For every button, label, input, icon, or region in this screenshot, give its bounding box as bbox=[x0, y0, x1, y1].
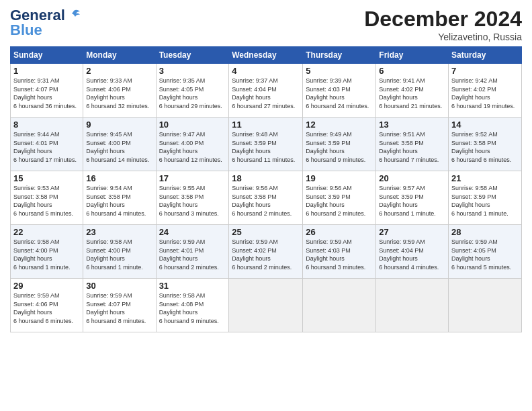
day-info: Sunrise: 9:45 AMSunset: 4:00 PMDaylight … bbox=[86, 130, 152, 164]
table-row: 5 Sunrise: 9:39 AMSunset: 4:03 PMDayligh… bbox=[303, 64, 376, 118]
day-info: Sunrise: 9:53 AMSunset: 3:58 PMDaylight … bbox=[13, 184, 80, 218]
day-info: Sunrise: 9:31 AMSunset: 4:07 PMDaylight … bbox=[13, 77, 80, 110]
table-row: 15 Sunrise: 9:53 AMSunset: 3:58 PMDaylig… bbox=[11, 171, 83, 225]
day-info: Sunrise: 9:39 AMSunset: 4:03 PMDaylight … bbox=[306, 77, 373, 110]
col-saturday: Saturday bbox=[449, 47, 522, 64]
day-number: 6 bbox=[379, 66, 445, 76]
table-row: 8 Sunrise: 9:44 AMSunset: 4:01 PMDayligh… bbox=[11, 118, 83, 171]
day-info: Sunrise: 9:54 AMSunset: 3:58 PMDaylight … bbox=[86, 184, 152, 218]
day-info: Sunrise: 9:44 AMSunset: 4:01 PMDaylight … bbox=[13, 130, 80, 164]
table-row: 12 Sunrise: 9:49 AMSunset: 3:59 PMDaylig… bbox=[303, 118, 376, 171]
day-info: Sunrise: 9:59 AMSunset: 4:04 PMDaylight … bbox=[379, 238, 445, 271]
day-number: 13 bbox=[379, 120, 445, 130]
table-row: 22 Sunrise: 9:58 AMSunset: 4:00 PMDaylig… bbox=[11, 225, 83, 279]
table-row: 28 Sunrise: 9:59 AMSunset: 4:05 PMDaylig… bbox=[449, 225, 522, 279]
table-row: 21 Sunrise: 9:58 AMSunset: 3:59 PMDaylig… bbox=[449, 171, 522, 225]
table-row: 26 Sunrise: 9:59 AMSunset: 4:03 PMDaylig… bbox=[303, 225, 376, 279]
day-number: 10 bbox=[159, 120, 226, 130]
table-row bbox=[376, 279, 449, 332]
day-info: Sunrise: 9:33 AMSunset: 4:06 PMDaylight … bbox=[86, 77, 152, 110]
day-info: Sunrise: 9:59 AMSunset: 4:03 PMDaylight … bbox=[306, 238, 373, 271]
calendar: Sunday Monday Tuesday Wednesday Thursday… bbox=[10, 46, 522, 332]
col-friday: Friday bbox=[376, 47, 449, 64]
day-number: 11 bbox=[232, 120, 300, 130]
calendar-header-row: Sunday Monday Tuesday Wednesday Thursday… bbox=[11, 47, 522, 64]
col-sunday: Sunday bbox=[11, 47, 83, 64]
table-row: 4 Sunrise: 9:37 AMSunset: 4:04 PMDayligh… bbox=[229, 64, 303, 118]
day-info: Sunrise: 9:58 AMSunset: 4:00 PMDaylight … bbox=[86, 238, 152, 271]
day-info: Sunrise: 9:55 AMSunset: 3:58 PMDaylight … bbox=[159, 184, 226, 218]
day-info: Sunrise: 9:47 AMSunset: 4:00 PMDaylight … bbox=[159, 130, 226, 164]
day-number: 25 bbox=[232, 227, 300, 237]
table-row: 14 Sunrise: 9:52 AMSunset: 3:58 PMDaylig… bbox=[449, 118, 522, 171]
table-row: 18 Sunrise: 9:56 AMSunset: 3:58 PMDaylig… bbox=[229, 171, 303, 225]
table-row: 31 Sunrise: 9:58 AMSunset: 4:08 PMDaylig… bbox=[156, 279, 229, 332]
table-row: 10 Sunrise: 9:47 AMSunset: 4:00 PMDaylig… bbox=[156, 118, 229, 171]
day-number: 23 bbox=[86, 227, 152, 237]
day-number: 29 bbox=[13, 281, 80, 291]
day-number: 28 bbox=[451, 227, 519, 237]
table-row: 1 Sunrise: 9:31 AMSunset: 4:07 PMDayligh… bbox=[11, 64, 83, 118]
day-info: Sunrise: 9:57 AMSunset: 3:59 PMDaylight … bbox=[379, 184, 445, 218]
table-row bbox=[449, 279, 522, 332]
day-number: 20 bbox=[379, 173, 445, 183]
table-row: 9 Sunrise: 9:45 AMSunset: 4:00 PMDayligh… bbox=[83, 118, 156, 171]
day-number: 15 bbox=[13, 173, 80, 183]
table-row: 6 Sunrise: 9:41 AMSunset: 4:02 PMDayligh… bbox=[376, 64, 449, 118]
table-row bbox=[303, 279, 376, 332]
table-row: 3 Sunrise: 9:35 AMSunset: 4:05 PMDayligh… bbox=[156, 64, 229, 118]
day-info: Sunrise: 9:42 AMSunset: 4:02 PMDaylight … bbox=[451, 77, 519, 110]
day-info: Sunrise: 9:56 AMSunset: 3:58 PMDaylight … bbox=[232, 184, 300, 218]
day-info: Sunrise: 9:49 AMSunset: 3:59 PMDaylight … bbox=[306, 130, 373, 164]
table-row: 24 Sunrise: 9:59 AMSunset: 4:01 PMDaylig… bbox=[156, 225, 229, 279]
day-number: 21 bbox=[451, 173, 519, 183]
table-row: 25 Sunrise: 9:59 AMSunset: 4:02 PMDaylig… bbox=[229, 225, 303, 279]
table-row: 2 Sunrise: 9:33 AMSunset: 4:06 PMDayligh… bbox=[83, 64, 156, 118]
table-row: 13 Sunrise: 9:51 AMSunset: 3:58 PMDaylig… bbox=[376, 118, 449, 171]
day-info: Sunrise: 9:59 AMSunset: 4:01 PMDaylight … bbox=[159, 238, 226, 271]
col-tuesday: Tuesday bbox=[156, 47, 229, 64]
day-info: Sunrise: 9:35 AMSunset: 4:05 PMDaylight … bbox=[159, 77, 226, 110]
logo-blue: Blue bbox=[10, 21, 42, 39]
header: General Blue December 2024 Yelizavetino,… bbox=[10, 7, 522, 42]
day-number: 19 bbox=[306, 173, 373, 183]
col-monday: Monday bbox=[83, 47, 156, 64]
day-info: Sunrise: 9:58 AMSunset: 3:59 PMDaylight … bbox=[451, 184, 519, 218]
day-info: Sunrise: 9:58 AMSunset: 4:00 PMDaylight … bbox=[13, 238, 80, 271]
day-info: Sunrise: 9:52 AMSunset: 3:58 PMDaylight … bbox=[451, 130, 519, 164]
table-row: 30 Sunrise: 9:59 AMSunset: 4:07 PMDaylig… bbox=[83, 279, 156, 332]
col-thursday: Thursday bbox=[303, 47, 376, 64]
title-block: December 2024 Yelizavetino, Russia bbox=[364, 7, 522, 42]
day-info: Sunrise: 9:37 AMSunset: 4:04 PMDaylight … bbox=[232, 77, 300, 110]
day-number: 2 bbox=[86, 66, 152, 76]
logo-bird-icon bbox=[66, 8, 81, 23]
location: Yelizavetino, Russia bbox=[364, 32, 522, 42]
day-number: 4 bbox=[232, 66, 300, 76]
day-info: Sunrise: 9:56 AMSunset: 3:59 PMDaylight … bbox=[306, 184, 373, 218]
day-number: 17 bbox=[159, 173, 226, 183]
table-row: 23 Sunrise: 9:58 AMSunset: 4:00 PMDaylig… bbox=[83, 225, 156, 279]
day-info: Sunrise: 9:59 AMSunset: 4:07 PMDaylight … bbox=[86, 291, 152, 325]
day-number: 24 bbox=[159, 227, 226, 237]
day-number: 18 bbox=[232, 173, 300, 183]
day-number: 14 bbox=[451, 120, 519, 130]
day-info: Sunrise: 9:48 AMSunset: 3:59 PMDaylight … bbox=[232, 130, 300, 164]
day-number: 22 bbox=[13, 227, 80, 237]
table-row: 27 Sunrise: 9:59 AMSunset: 4:04 PMDaylig… bbox=[376, 225, 449, 279]
day-number: 5 bbox=[306, 66, 373, 76]
table-row: 16 Sunrise: 9:54 AMSunset: 3:58 PMDaylig… bbox=[83, 171, 156, 225]
day-number: 16 bbox=[86, 173, 152, 183]
table-row: 20 Sunrise: 9:57 AMSunset: 3:59 PMDaylig… bbox=[376, 171, 449, 225]
table-row: 11 Sunrise: 9:48 AMSunset: 3:59 PMDaylig… bbox=[229, 118, 303, 171]
table-row: 7 Sunrise: 9:42 AMSunset: 4:02 PMDayligh… bbox=[449, 64, 522, 118]
day-number: 9 bbox=[86, 120, 152, 130]
day-number: 30 bbox=[86, 281, 152, 291]
day-number: 3 bbox=[159, 66, 226, 76]
table-row bbox=[229, 279, 303, 332]
day-info: Sunrise: 9:51 AMSunset: 3:58 PMDaylight … bbox=[379, 130, 445, 164]
day-number: 7 bbox=[451, 66, 519, 76]
month-title: December 2024 bbox=[364, 7, 522, 32]
page: General Blue December 2024 Yelizavetino,… bbox=[0, 0, 532, 411]
day-info: Sunrise: 9:59 AMSunset: 4:05 PMDaylight … bbox=[451, 238, 519, 271]
day-number: 26 bbox=[306, 227, 373, 237]
